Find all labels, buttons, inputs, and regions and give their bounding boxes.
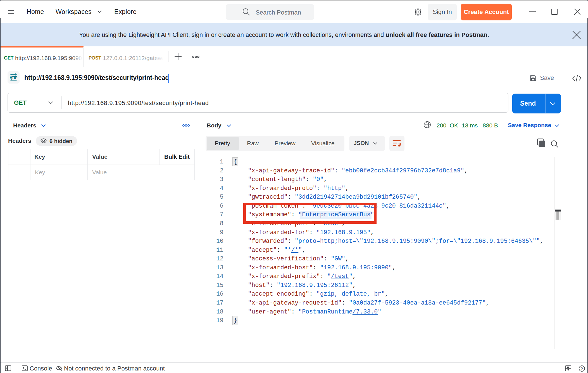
svg-text:?: ?: [581, 367, 583, 371]
svg-text:HTTP: HTTP: [10, 75, 18, 80]
